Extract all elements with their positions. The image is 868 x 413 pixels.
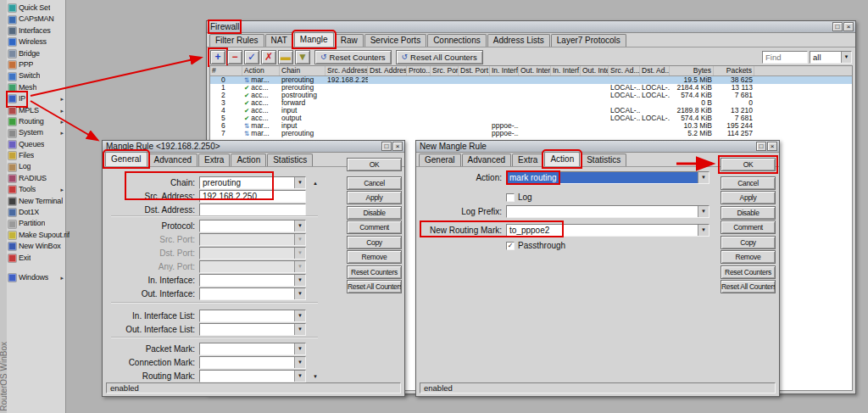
firewall-tab-mangle[interactable]: Mangle	[294, 32, 334, 47]
column-header-dst-address[interactable]: Dst. Address	[368, 66, 407, 75]
column-header-bytes[interactable]: Bytes	[670, 66, 714, 75]
sidebar-item-dot1x[interactable]: Dot1X	[7, 207, 65, 218]
chevron-down-icon[interactable]: ▼	[294, 261, 305, 272]
new-mangle-rule-remove-button[interactable]: Remove	[721, 250, 776, 264]
firewall-rule-row[interactable]: 7⇅mar...preroutingpppoe-...5.2 MiB114 25…	[210, 130, 852, 137]
comment-button[interactable]: ▬	[278, 50, 293, 64]
sidebar-item-tools[interactable]: Tools▸	[7, 184, 65, 195]
sidebar-item-ppp[interactable]: PPP	[7, 59, 65, 70]
out-interface-list-select[interactable]: ▼	[199, 323, 306, 336]
firewall-titlebar[interactable]: Firewall □ ×	[207, 21, 855, 33]
firewall-tab-connections[interactable]: Connections	[427, 34, 487, 47]
chevron-down-icon[interactable]: ▼	[698, 172, 709, 183]
mangle-rule-reset-all-counters-button[interactable]: Reset All Counters	[347, 280, 402, 293]
scroll-up-icon[interactable]: ▲	[313, 180, 318, 187]
column-header-proto[interactable]: Proto...	[407, 66, 431, 75]
firewall-tab-raw[interactable]: Raw	[335, 34, 364, 47]
new-mangle-rule-tab-general[interactable]: General	[419, 153, 461, 166]
sidebar-item-exit[interactable]: Exit	[7, 253, 65, 264]
mangle-rule-tab-statistics[interactable]: Statistics	[267, 153, 313, 166]
add-button[interactable]: +	[210, 50, 225, 64]
sidebar-item-log[interactable]: Log	[7, 161, 65, 172]
remove-button[interactable]: −	[227, 50, 242, 64]
firewall-rule-row[interactable]: 6⇅mar...inputpppoe-...10.3 MiB195 244	[210, 122, 852, 130]
new-mangle-rule-titlebar[interactable]: New Mangle Rule □ ×	[416, 141, 779, 153]
find-input[interactable]	[762, 51, 808, 64]
sidebar-item-make-supout-rif[interactable]: Make Supout.rif	[7, 230, 65, 241]
column-header-out-interf[interactable]: Out. Interf...	[519, 66, 551, 75]
new-mangle-rule-tab-statistics[interactable]: Statistics	[581, 153, 626, 166]
firewall-rule-row[interactable]: 5✔acc...outputLOCAL-...LOCAL-...574.4 Ki…	[210, 114, 852, 122]
sidebar-item-system[interactable]: System▸	[7, 127, 65, 138]
in-interface-select[interactable]: ▼	[199, 274, 306, 287]
chain-select[interactable]: prerouting▼	[199, 176, 306, 189]
filter-scope-dropdown[interactable]: all ▼	[810, 51, 852, 64]
new-mangle-rule-tab-advanced[interactable]: Advanced	[462, 153, 511, 166]
new-mangle-rule-apply-button[interactable]: Apply	[721, 191, 776, 204]
sidebar-item-wireless[interactable]: Wireless	[7, 36, 65, 47]
sidebar-item-bridge[interactable]: Bridge	[7, 48, 65, 59]
sidebar-item-switch[interactable]: Switch	[7, 70, 65, 81]
sidebar-item-routing[interactable]: Routing▸	[7, 116, 65, 127]
enable-button[interactable]: ✓	[244, 50, 259, 64]
passthrough-checkbox[interactable]: ✓	[506, 242, 515, 250]
scroll-down-icon[interactable]: ▼	[313, 373, 318, 380]
column-header-src-ad[interactable]: Src. Ad...	[609, 66, 640, 75]
mangle-rule-comment-button[interactable]: Comment	[347, 220, 402, 234]
chevron-down-icon[interactable]: ▼	[294, 234, 305, 245]
sidebar-item-new-terminal[interactable]: New Terminal	[7, 196, 65, 207]
mangle-rule-ok-button[interactable]: OK	[347, 158, 402, 171]
chevron-down-icon[interactable]: ▼	[698, 206, 709, 217]
chevron-down-icon[interactable]: ▼	[294, 288, 305, 299]
chevron-down-icon[interactable]: ▼	[294, 220, 305, 232]
in-interface-list-select[interactable]: ▼	[199, 310, 306, 322]
firewall-tab-service-ports[interactable]: Service Ports	[364, 34, 426, 47]
close-icon[interactable]: ×	[843, 22, 854, 31]
mangle-rule-remove-button[interactable]: Remove	[347, 250, 402, 264]
mangle-rule-apply-button[interactable]: Apply	[347, 191, 402, 204]
column-header-packets[interactable]: Packets	[714, 66, 754, 75]
close-icon[interactable]: ×	[767, 142, 777, 151]
protocol-select[interactable]: ▼	[199, 220, 306, 232]
connection-mark-select[interactable]: ▼	[199, 356, 306, 369]
sidebar-item-windows[interactable]: Windows▸	[7, 272, 65, 283]
column-header-out-inte[interactable]: Out. Inte...	[581, 66, 609, 75]
chevron-down-icon[interactable]: ▼	[294, 324, 305, 335]
chevron-down-icon[interactable]: ▼	[294, 177, 305, 188]
sidebar-item-queues[interactable]: Queues	[7, 139, 65, 150]
firewall-rule-row[interactable]: 0⇅mar...prerouting192.168.2.25019.5 MiB3…	[210, 76, 852, 84]
new-mangle-rule-ok-button[interactable]: OK	[721, 158, 776, 171]
mangle-rule-tab-advanced[interactable]: Advanced	[148, 153, 198, 166]
sidebar-item-quick-set[interactable]: Quick Set	[7, 3, 65, 14]
column-header-src-address[interactable]: Src. Address	[326, 66, 368, 75]
new-mangle-rule-cancel-button[interactable]: Cancel	[721, 176, 776, 190]
chevron-down-icon[interactable]: ▼	[294, 371, 305, 382]
restore-icon[interactable]: □	[756, 142, 766, 151]
firewall-rule-row[interactable]: 4✔acc...inputLOCAL-...2189.8 KiB13 210	[210, 107, 852, 114]
sidebar-item-new-winbox[interactable]: New WinBox	[7, 241, 65, 252]
firewall-tab-filter-rules[interactable]: Filter Rules	[209, 34, 264, 47]
mangle-rule-cancel-button[interactable]: Cancel	[347, 176, 402, 190]
column-header-action[interactable]: Action	[242, 66, 280, 75]
routing-mark-select[interactable]: ▼	[199, 370, 306, 382]
column-header-dst-port[interactable]: Dst. Port	[459, 66, 490, 75]
column-header-src-port[interactable]: Src. Port	[431, 66, 459, 75]
mangle-rule-tab-general[interactable]: General	[105, 152, 147, 166]
firewall-tab-layer7-protocols[interactable]: Layer7 Protocols	[551, 34, 626, 47]
log-prefix-input[interactable]: ▼	[506, 205, 709, 218]
column-header-in-interf[interactable]: In. Interf...	[551, 66, 581, 75]
chevron-down-icon[interactable]: ▼	[294, 310, 305, 321]
sidebar-item-ip[interactable]: IP▸	[7, 93, 65, 104]
new-mangle-rule-disable-button[interactable]: Disable	[721, 206, 776, 220]
mangle-rule-reset-counters-button[interactable]: Reset Counters	[347, 265, 402, 279]
restore-icon[interactable]: □	[832, 22, 843, 31]
src-address-input[interactable]: 192.168.2.250	[199, 190, 306, 203]
firewall-rule-row[interactable]: 1✔acc...preroutingLOCAL-...LOCAL-...2184…	[210, 84, 852, 92]
sidebar-item-partition[interactable]: Partition	[7, 218, 65, 229]
chevron-down-icon[interactable]: ▼	[294, 248, 305, 259]
sidebar-item-mpls[interactable]: MPLS▸	[7, 105, 65, 116]
restore-icon[interactable]: □	[381, 142, 392, 151]
reset-counters-button[interactable]: ↺ Reset Counters	[314, 50, 392, 64]
sidebar-item-files[interactable]: Files	[7, 150, 65, 161]
out-interface-select[interactable]: ▼	[199, 287, 306, 300]
